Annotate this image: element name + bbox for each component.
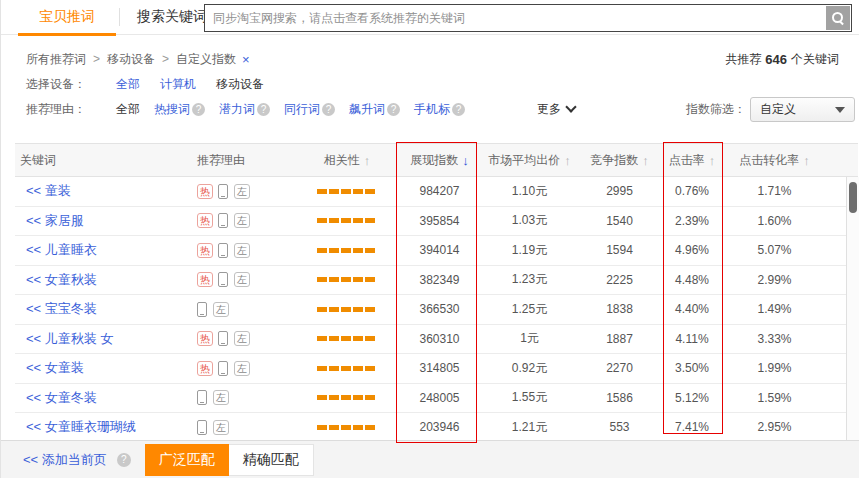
column-header[interactable]: 相关性↑ xyxy=(297,152,397,169)
sort-up-icon[interactable]: ↑ xyxy=(564,153,571,168)
relevance-bar xyxy=(297,277,397,282)
mobile-phone-icon xyxy=(218,184,228,199)
sort-up-icon[interactable]: ↑ xyxy=(642,153,649,168)
tab-divider xyxy=(119,8,120,26)
relevance-dash xyxy=(353,189,363,194)
help-icon[interactable] xyxy=(192,103,205,116)
column-header[interactable]: 竞争指数↑ xyxy=(577,152,662,169)
hot-badge: 热 xyxy=(197,331,213,346)
mobile-phone-icon xyxy=(218,213,228,228)
column-header[interactable]: 展现指数↓ xyxy=(397,152,482,169)
relevance-dash xyxy=(317,248,327,253)
relevance-dash xyxy=(365,425,375,430)
keyword-link[interactable]: << 女童秋装 xyxy=(26,271,97,289)
keyword-cell: << 宝宝冬装 xyxy=(15,300,197,318)
column-header[interactable]: 点击率↑ xyxy=(662,152,722,169)
keyword-cell: << 童装 xyxy=(15,182,197,200)
reason-option[interactable]: 潜力词 xyxy=(219,101,255,118)
help-icon[interactable] xyxy=(387,103,400,116)
remove-filter-icon[interactable]: × xyxy=(242,52,250,67)
index-filter-select[interactable]: 自定义 xyxy=(750,97,855,122)
reason-options: 全部热搜词潜力词同行词飙升词手机标 xyxy=(116,101,479,118)
relevance-bar xyxy=(297,218,397,223)
keyword-link[interactable]: << 儿童秋装 女 xyxy=(26,330,113,348)
help-icon[interactable] xyxy=(257,103,270,116)
relevance-dash xyxy=(353,248,363,253)
competition-index-cell: 1838 xyxy=(577,302,662,316)
tab-product-keywords[interactable]: 宝贝推词 xyxy=(18,0,116,33)
cvr-cell: 5.07% xyxy=(722,243,827,257)
reason-option[interactable]: 飙升词 xyxy=(349,101,385,118)
search-button[interactable] xyxy=(826,6,850,30)
device-option[interactable]: 计算机 xyxy=(160,76,196,93)
relevance-dash xyxy=(341,366,351,371)
relevance-dash xyxy=(353,336,363,341)
scrollbar-thumb[interactable] xyxy=(849,182,857,213)
exact-match-button[interactable]: 精确匹配 xyxy=(229,444,314,476)
search-icon xyxy=(832,12,844,25)
competition-index-cell: 1594 xyxy=(577,243,662,257)
badges-cell: 左 xyxy=(197,302,297,317)
relevance-dash xyxy=(329,395,339,400)
keyword-link[interactable]: << 宝宝冬装 xyxy=(26,300,97,318)
column-label: 展现指数 xyxy=(410,152,458,169)
column-label: 竞争指数 xyxy=(590,152,638,169)
ctr-cell: 4.40% xyxy=(662,302,722,316)
more-filters-link[interactable]: 更多 xyxy=(537,101,575,118)
market-avg-price-cell: 0.92元 xyxy=(482,360,577,377)
table-row: << 女童秋装热左3823491.23元22254.48%2.99% xyxy=(15,266,846,296)
sort-up-icon[interactable]: ↑ xyxy=(364,153,371,168)
relevance-dash xyxy=(353,307,363,312)
total-keywords: 共推荐 646 个关键词 xyxy=(725,50,839,68)
keyword-link[interactable]: << 家居服 xyxy=(26,212,84,230)
relevance-dash xyxy=(341,425,351,430)
relevance-dash xyxy=(341,395,351,400)
relevance-dash xyxy=(341,189,351,194)
reason-option[interactable]: 同行词 xyxy=(284,101,320,118)
device-option[interactable]: 移动设备 xyxy=(216,76,264,93)
top-tab-bar: 宝贝推词 搜索关键词 xyxy=(1,0,859,35)
broad-match-button[interactable]: 广泛匹配 xyxy=(145,444,229,476)
column-header[interactable]: 市场平均出价↑ xyxy=(482,152,577,169)
sort-up-icon[interactable]: ↑ xyxy=(803,153,810,168)
keyword-table: 关键词推荐理由相关性↑展现指数↓市场平均出价↑竞争指数↑点击率↑点击转化率↑ <… xyxy=(15,143,859,443)
sort-up-icon[interactable]: ↑ xyxy=(709,153,716,168)
keyword-link[interactable]: << 女童冬装 xyxy=(26,389,97,407)
reason-option[interactable]: 全部 xyxy=(116,101,140,118)
relevance-dash xyxy=(341,277,351,282)
competition-index-cell: 2270 xyxy=(577,361,662,375)
add-current-page-link[interactable]: << 添加当前页 xyxy=(23,451,107,469)
cvr-cell: 2.95% xyxy=(722,420,827,434)
competition-index-cell: 1887 xyxy=(577,332,662,346)
keyword-tool-page: 宝贝推词 搜索关键词 所有推荐词>移动设备>自定义指数× 共推荐 646 个关键… xyxy=(0,0,859,478)
reason-option[interactable]: 热搜词 xyxy=(154,101,190,118)
column-label: 关键词 xyxy=(20,152,56,169)
help-icon[interactable] xyxy=(452,103,465,116)
scrollbar-track[interactable] xyxy=(846,177,859,440)
breadcrumb-item[interactable]: 移动设备 xyxy=(107,51,155,68)
search-input[interactable] xyxy=(205,5,819,31)
index-filter-label: 指数筛选： xyxy=(686,101,746,118)
keyword-link[interactable]: << 童装 xyxy=(26,182,71,200)
reason-option[interactable]: 手机标 xyxy=(414,101,450,118)
keyword-link[interactable]: << 女童睡衣珊瑚绒 xyxy=(26,418,136,436)
help-icon[interactable] xyxy=(117,453,131,467)
cvr-cell: 3.33% xyxy=(722,332,827,346)
table-header: 关键词推荐理由相关性↑展现指数↓市场平均出价↑竞争指数↑点击率↑点击转化率↑ xyxy=(15,143,858,177)
mobile-phone-icon xyxy=(197,390,207,405)
column-header[interactable]: 点击转化率↑ xyxy=(722,152,827,169)
badges-cell: 热左 xyxy=(197,272,297,287)
cvr-cell: 1.49% xyxy=(722,302,827,316)
keyword-cell: << 儿童睡衣 xyxy=(15,241,197,259)
table-row: << 家居服热左3958541.03元15402.39%1.60% xyxy=(15,207,846,237)
market-avg-price-cell: 1.23元 xyxy=(482,271,577,288)
sort-down-icon[interactable]: ↓ xyxy=(462,153,469,168)
help-icon[interactable] xyxy=(322,103,335,116)
keyword-link[interactable]: << 女童装 xyxy=(26,359,84,377)
device-option[interactable]: 全部 xyxy=(116,76,140,93)
breadcrumb-item[interactable]: 自定义指数 xyxy=(176,51,236,68)
index-filter-value: 自定义 xyxy=(760,101,796,118)
breadcrumb-item[interactable]: 所有推荐词 xyxy=(26,51,86,68)
keyword-link[interactable]: << 儿童睡衣 xyxy=(26,241,97,259)
mobile-phone-icon xyxy=(197,302,207,317)
